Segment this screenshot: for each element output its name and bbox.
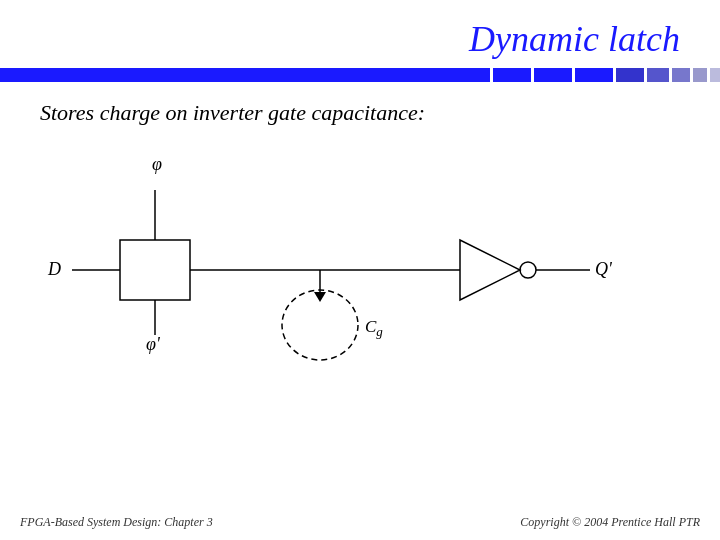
bar-segment-6	[647, 68, 669, 82]
phi-prime-label: φ'	[146, 334, 161, 354]
slide-container: Dynamic latch Stores charge on inverter …	[0, 0, 720, 540]
diagram-area: φ φ' D Cg	[30, 140, 690, 440]
circuit-diagram: φ φ' D Cg	[30, 140, 690, 430]
cap-arrow	[314, 292, 326, 302]
title-area: Dynamic latch	[0, 0, 720, 60]
footer-left: FPGA-Based System Design: Chapter 3	[20, 515, 213, 530]
bar-segment-5	[616, 68, 644, 82]
d-label: D	[47, 259, 61, 279]
slide-title: Dynamic latch	[469, 19, 680, 59]
bar-segment-7	[672, 68, 690, 82]
footer-right: Copyright © 2004 Prentice Hall PTR	[520, 515, 700, 530]
inverter-bubble	[520, 262, 536, 278]
q-prime-label: Q'	[595, 259, 613, 279]
phi-label: φ	[152, 154, 162, 174]
bar-segment-9	[710, 68, 720, 82]
bar-segment-4	[575, 68, 613, 82]
bar-segment-1	[0, 68, 490, 82]
bar-segment-2	[493, 68, 531, 82]
bar-segment-3	[534, 68, 572, 82]
subtitle-text: Stores charge on inverter gate capacitan…	[0, 82, 720, 126]
bar-segment-8	[693, 68, 707, 82]
cg-label: Cg	[365, 317, 383, 339]
transmission-gate	[120, 240, 190, 300]
footer: FPGA-Based System Design: Chapter 3 Copy…	[0, 515, 720, 530]
divider-bar	[0, 68, 720, 82]
inverter-triangle	[460, 240, 520, 300]
